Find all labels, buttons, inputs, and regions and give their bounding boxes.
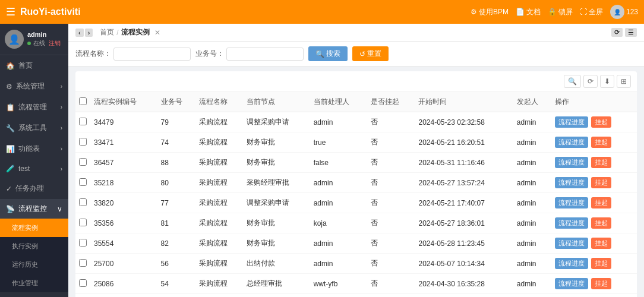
suspend-button[interactable]: 挂起 (591, 137, 611, 148)
cell-name: 采购流程 (195, 193, 243, 213)
table-row: 36457 88 采购流程 财务审批 false 否 2024-05-31 11… (75, 153, 637, 173)
progress-button[interactable]: 流程进度 (555, 278, 588, 289)
suspend-button[interactable]: 挂起 (591, 157, 611, 168)
cell-name: 采购流程 (195, 274, 243, 294)
cell-biz: 54 (157, 274, 195, 294)
progress-button[interactable]: 流程进度 (555, 177, 588, 188)
cell-node: 财务审批 (243, 132, 310, 153)
suspend-button[interactable]: 挂起 (591, 177, 611, 188)
table-container: 🔍 ⟳ ⬇ ⊞ 流程实例编号 业务号 流程名称 (75, 71, 637, 297)
suspend-button[interactable]: 挂起 (591, 217, 611, 229)
row-checkbox[interactable] (79, 198, 87, 206)
filter-name-input[interactable] (113, 48, 191, 61)
sidebar-item-table[interactable]: 📊 功能表 › (0, 138, 68, 159)
filter-number-input[interactable] (226, 48, 304, 61)
sidebar-item-task[interactable]: ✓ 任务办理 (0, 178, 68, 199)
sidebar-user-info: admin 在线 注销 (27, 31, 61, 48)
breadcrumb-home[interactable]: 首页 (100, 27, 114, 37)
cell-actions: 流程进度 挂起 (551, 173, 637, 193)
breadcrumb-settings-btn[interactable]: ☰ (625, 28, 637, 37)
sidebar-item-tools[interactable]: 🔧 系统工具 › (0, 118, 68, 138)
user-nav-btn[interactable]: 👤 123 (610, 5, 638, 19)
breadcrumb-close-btn[interactable]: ✕ (154, 29, 160, 37)
suspend-button[interactable]: 挂起 (591, 278, 611, 289)
sidebar-item-label: 流程监控 (18, 204, 47, 214)
header-actions: 操作 (551, 92, 637, 112)
user-name: 123 (626, 8, 638, 16)
breadcrumb-forward-btn[interactable]: › (85, 29, 93, 37)
cell-initiator: admin (513, 132, 551, 153)
progress-button[interactable]: 流程进度 (555, 217, 588, 229)
lock-nav-btn[interactable]: 🔒 锁屏 (548, 7, 573, 17)
sidebar-item-monitor[interactable]: 📡 流程监控 ∨ (0, 199, 68, 219)
sidebar-item-label: 任务办理 (15, 184, 44, 194)
sidebar-subitem-process-instance[interactable]: 流程实例 (0, 219, 68, 237)
cell-actions: 流程进度 挂起 (551, 132, 637, 153)
row-checkbox[interactable] (79, 219, 87, 226)
progress-button[interactable]: 流程进度 (555, 137, 588, 148)
suspend-button[interactable]: 挂起 (591, 258, 611, 269)
table-search-btn[interactable]: 🔍 (564, 75, 581, 88)
row-checkbox-cell (75, 294, 90, 298)
cell-start-time: 2024-05-27 13:57:24 (415, 173, 513, 193)
cell-handler: admin (310, 112, 367, 132)
cell-start-time: 2024-05-31 11:16:46 (415, 153, 513, 173)
header-checkbox-cell (75, 92, 90, 112)
progress-button[interactable]: 流程进度 (555, 116, 588, 128)
cell-suspended: 否 (367, 132, 415, 153)
suspend-button[interactable]: 挂起 (591, 238, 611, 249)
sidebar-item-home[interactable]: 🏠 首页 (0, 55, 68, 76)
row-checkbox[interactable] (79, 158, 87, 166)
progress-button[interactable]: 流程进度 (555, 157, 588, 168)
filter-name-label: 流程名称： (75, 49, 111, 59)
cell-handler: true (310, 132, 367, 153)
sidebar-subitem-task-manage[interactable]: 作业管理 (0, 274, 68, 292)
header-initiator: 发起人 (513, 92, 551, 112)
sidebar-subitem-exec-instance[interactable]: 执行实例 (0, 237, 68, 255)
cell-initiator: admin (513, 213, 551, 233)
select-all-checkbox[interactable] (79, 97, 87, 105)
chevron-right-icon: › (61, 166, 62, 172)
suspend-button[interactable]: 挂起 (591, 197, 611, 208)
row-checkbox[interactable] (79, 239, 87, 247)
doc-nav-btn[interactable]: 📄 文档 (516, 7, 541, 17)
table-refresh-btn[interactable]: ⟳ (583, 75, 598, 88)
sidebar-item-system[interactable]: ⚙ 系统管理 › (0, 76, 68, 97)
reset-button[interactable]: ↺ 重置 (352, 46, 389, 61)
progress-button[interactable]: 流程进度 (555, 197, 588, 208)
row-checkbox[interactable] (79, 178, 87, 186)
sidebar-subitem-run-history[interactable]: 运行历史 (0, 255, 68, 274)
bpm-nav-btn[interactable]: ⚙ 使用BPM (471, 7, 509, 17)
reset-icon: ↺ (359, 50, 365, 58)
sidebar-item-label: 系统工具 (18, 123, 47, 133)
row-checkbox[interactable] (79, 279, 87, 287)
sidebar-item-label: 功能表 (18, 144, 40, 154)
suspend-button[interactable]: 挂起 (591, 116, 611, 128)
row-checkbox[interactable] (79, 138, 87, 146)
row-checkbox[interactable] (79, 259, 87, 267)
cell-initiator: admin (513, 254, 551, 274)
sidebar-item-test[interactable]: 🧪 test › (0, 159, 68, 178)
sidebar-submenu-monitor: 流程实例 执行实例 运行历史 作业管理 (0, 219, 68, 292)
lock-icon: 🔒 (548, 8, 557, 16)
menu-toggle-icon[interactable]: ☰ (6, 5, 15, 18)
table-export-btn[interactable]: ⬇ (600, 75, 614, 88)
sidebar-item-process[interactable]: 📋 流程管理 › (0, 97, 68, 118)
logout-button[interactable]: 注销 (49, 39, 61, 48)
table-columns-btn[interactable]: ⊞ (617, 75, 631, 88)
breadcrumb-refresh-btn[interactable]: ⟳ (611, 28, 623, 37)
row-checkbox[interactable] (79, 118, 87, 125)
cell-biz: 81 (157, 213, 195, 233)
sidebar-item-label: 流程管理 (18, 102, 47, 112)
test-icon: 🧪 (6, 165, 15, 173)
progress-button[interactable]: 流程进度 (555, 258, 588, 269)
search-button[interactable]: 🔍 搜索 (308, 46, 348, 61)
breadcrumb-back-btn[interactable]: ‹ (75, 29, 84, 37)
cell-node: 调整采购申请 (243, 112, 310, 132)
cell-suspended: 否 (367, 112, 415, 132)
sidebar-item-sys-monitor[interactable]: 📈 系统监控 › (0, 292, 68, 297)
breadcrumb: 首页 / 流程实例 ✕ (100, 27, 160, 37)
progress-button[interactable]: 流程进度 (555, 238, 588, 249)
main-layout: 👤 admin 在线 注销 🏠 首页 ⚙ 系统管理 › (0, 24, 644, 297)
fullscreen-nav-btn[interactable]: ⛶ 全屏 (580, 7, 603, 17)
